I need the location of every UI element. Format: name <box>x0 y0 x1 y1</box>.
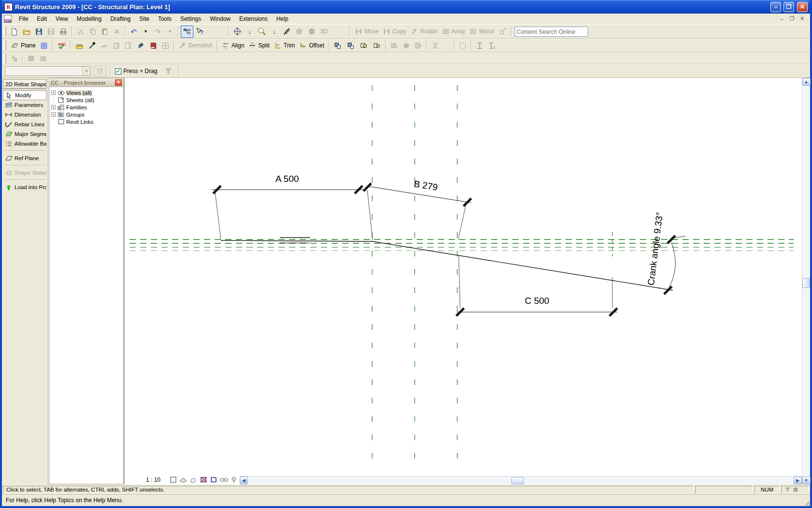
content-search-box[interactable] <box>515 27 588 37</box>
open-file-button[interactable] <box>20 26 33 38</box>
align-button[interactable]: Align <box>219 40 246 52</box>
design-bar-item-major-segment[interactable]: Major Segment <box>3 129 46 139</box>
array-button[interactable]: Array <box>439 26 467 38</box>
open-library-button[interactable] <box>147 40 160 52</box>
menu-view[interactable]: View <box>51 14 72 24</box>
split-face-button[interactable] <box>400 40 412 52</box>
toolbar-grip[interactable] <box>4 27 6 36</box>
group-save-button[interactable] <box>37 52 49 64</box>
spelling-button[interactable]: ABC <box>55 40 68 52</box>
menu-help[interactable]: Help <box>272 14 293 24</box>
cut-geometry-button[interactable] <box>357 40 370 52</box>
match-type-button[interactable] <box>86 40 98 52</box>
scroll-down-button[interactable]: ▼ <box>802 477 811 484</box>
menu-edit[interactable]: Edit <box>32 14 51 24</box>
menu-settings[interactable]: Settings <box>176 14 205 24</box>
save-button[interactable] <box>33 26 45 38</box>
shadows-toggle-button[interactable] <box>178 476 188 484</box>
window-tool-button[interactable] <box>160 40 172 52</box>
design-bar-item-load-into-project[interactable]: Load into Proje <box>3 182 46 192</box>
paint-button[interactable] <box>134 40 147 52</box>
thin-lines-button[interactable] <box>280 26 293 38</box>
undo-dropdown[interactable]: ▼ <box>140 26 152 38</box>
join-geometry-button[interactable] <box>331 40 344 52</box>
default-3d-view-button[interactable]: 3D <box>318 26 330 38</box>
minimize-button[interactable]: – <box>770 2 781 12</box>
show-hidden-button[interactable] <box>110 40 122 52</box>
model-graphics-style-button[interactable] <box>168 476 178 484</box>
dimension-tool-button[interactable] <box>73 40 86 52</box>
restore-button[interactable]: ❐ <box>783 2 794 12</box>
search-input[interactable] <box>517 29 592 35</box>
mdi-minimize-button[interactable]: – <box>777 15 787 23</box>
design-bar-item-allowable-bar-types[interactable]: Allowable Bar T <box>3 139 46 149</box>
menu-extensions[interactable]: Extensions <box>235 14 272 24</box>
redo-button[interactable]: ↷ <box>152 26 164 38</box>
menu-drafting[interactable]: Drafting <box>106 14 135 24</box>
structural-beam-cancel-button[interactable] <box>486 40 498 52</box>
vertical-scroll-thumb[interactable] <box>802 278 810 288</box>
design-bar-item-parameters[interactable]: Parameters <box>3 100 46 110</box>
work-plane-button[interactable]: Plane <box>8 40 38 52</box>
attach-top-base-button[interactable] <box>412 40 424 52</box>
move-button[interactable]: Move <box>352 26 380 38</box>
design-bar-tab[interactable]: 2D Rebar Shape <box>3 79 46 89</box>
design-bar-item-dimension[interactable]: Dimension <box>3 110 46 120</box>
crank-angle-value[interactable]: Crank angle 9.33° <box>646 211 665 286</box>
temporary-hide-isolate-button[interactable] <box>219 476 229 484</box>
properties-button[interactable] <box>94 66 106 76</box>
demolish-button[interactable]: Demolish <box>176 40 215 52</box>
rotate-button[interactable]: Rotate <box>408 26 439 38</box>
scroll-left-button[interactable]: ◀ <box>240 477 248 484</box>
dimension-c-value[interactable]: C 500 <box>525 296 550 306</box>
print-button[interactable] <box>57 26 70 38</box>
toolbar-grip[interactable] <box>4 41 6 50</box>
copy-to-clipboard-button[interactable] <box>87 26 99 38</box>
menu-window[interactable]: Window <box>205 14 235 24</box>
toolbar-grip[interactable] <box>4 54 6 63</box>
tree-node-families[interactable]: + Families <box>50 104 122 111</box>
dimension-b-value[interactable]: B 279 <box>413 179 438 193</box>
shading-button[interactable] <box>293 26 305 38</box>
help-mode-button[interactable]: ? <box>193 26 206 38</box>
scroll-right-button[interactable]: ▶ <box>794 477 802 484</box>
group-load-button[interactable] <box>25 52 37 64</box>
vertical-scrollbar[interactable]: ▲ ▼ <box>802 78 810 484</box>
unjoin-geometry-button[interactable] <box>344 40 357 52</box>
delete-button[interactable]: ✕ <box>111 26 123 38</box>
design-bar-item-ref-plane[interactable]: Ref Plane <box>3 153 46 163</box>
dynamic-view-dropdown[interactable]: ↓ <box>244 26 256 38</box>
crop-region-off-button[interactable] <box>199 476 208 484</box>
view-scale[interactable]: 1 : 10 <box>146 477 160 483</box>
sketch-region-button[interactable] <box>457 40 469 52</box>
selection-filter-button[interactable] <box>162 65 174 77</box>
filter-indicator[interactable]: :0 <box>781 486 809 493</box>
edit-wall-joins-button[interactable] <box>429 40 441 52</box>
wall-joins-button[interactable] <box>388 40 400 52</box>
document-icon[interactable]: RVT <box>4 15 12 23</box>
crop-region-visible-button[interactable] <box>209 476 218 484</box>
save-all-button[interactable] <box>45 26 57 38</box>
split-button[interactable]: Split <box>246 40 271 52</box>
tree-node-groups[interactable]: + Groups <box>50 111 122 118</box>
undo-button[interactable]: ↶ <box>128 26 140 38</box>
reveal-button[interactable] <box>122 40 134 52</box>
linework-button[interactable] <box>98 40 110 52</box>
resize-grip[interactable] <box>802 498 810 506</box>
menu-file[interactable]: File <box>14 14 32 24</box>
close-icon[interactable]: ✕ <box>115 79 122 86</box>
rendering-dialog-button[interactable] <box>188 476 198 484</box>
redo-dropdown[interactable]: ▼ <box>164 26 176 38</box>
menu-tools[interactable]: Tools <box>154 14 176 24</box>
project-browser-toggle-button[interactable] <box>181 26 193 38</box>
uncut-geometry-button[interactable] <box>370 40 383 52</box>
project-browser-titlebar[interactable]: CC - Project browser ✕ <box>49 78 124 87</box>
mirror-button[interactable]: Mirror <box>467 26 496 38</box>
type-selector-combobox[interactable]: ▼ <box>5 66 91 76</box>
tree-node-revit-links[interactable]: Revit Links <box>50 118 122 125</box>
resize-button[interactable] <box>496 26 509 38</box>
menu-site[interactable]: Site <box>135 14 154 24</box>
new-file-button[interactable] <box>8 26 20 38</box>
zoom-dropdown[interactable]: ↓ <box>268 26 280 38</box>
reveal-hidden-elements-button[interactable] <box>229 476 239 484</box>
